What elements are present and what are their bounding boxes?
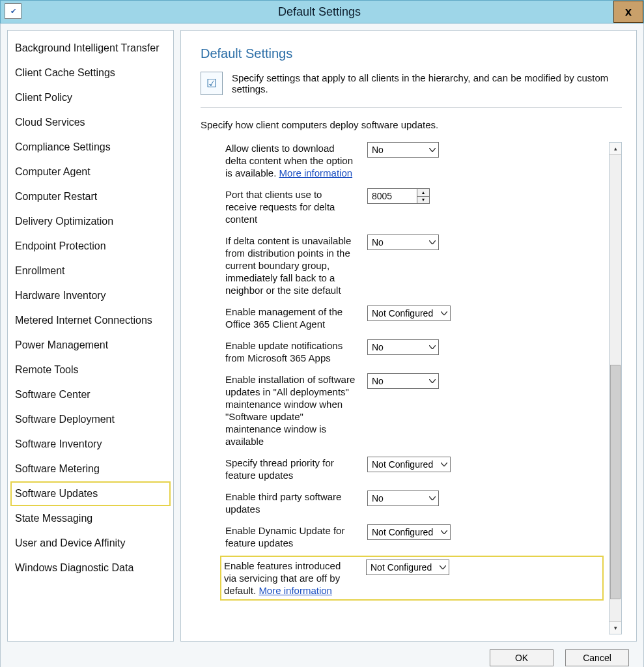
more-information-link[interactable]: More information xyxy=(279,167,353,178)
port-spin-input[interactable]: 8005▴▾ xyxy=(367,188,430,204)
sidebar-item[interactable]: Remote Tools xyxy=(10,358,171,382)
sidebar-item-label: Windows Diagnostic Data xyxy=(15,562,133,573)
sidebar-item[interactable]: Hardware Inventory xyxy=(10,283,171,308)
cancel-button[interactable]: Cancel xyxy=(565,649,629,666)
sidebar-item-label: State Messaging xyxy=(15,513,92,524)
chevron-down-icon xyxy=(429,496,436,500)
sidebar-item-label: Metered Internet Connections xyxy=(15,315,152,326)
setting-select[interactable]: No xyxy=(367,142,439,158)
select-value: No xyxy=(372,237,384,248)
sidebar-item[interactable]: Delivery Optimization xyxy=(10,209,171,234)
sidebar-item-label: Cloud Services xyxy=(15,117,85,128)
sidebar-item[interactable]: Computer Restart xyxy=(10,184,171,209)
setting-select[interactable]: Not Configured xyxy=(367,524,451,540)
scroll-down-arrow-icon[interactable]: ▾ xyxy=(609,621,621,634)
sidebar-item[interactable]: State Messaging xyxy=(10,506,171,531)
sidebar-item[interactable]: Software Deployment xyxy=(10,407,171,432)
sidebar-item-label: Remote Tools xyxy=(15,364,79,375)
setting-row: Enable Dynamic Update for feature update… xyxy=(225,524,601,549)
sidebar-item[interactable]: Enrollment xyxy=(10,259,171,283)
sidebar-item[interactable]: Software Updates xyxy=(10,481,171,506)
scroll-up-arrow-icon[interactable]: ▴ xyxy=(609,143,621,155)
sidebar-item-label: Computer Agent xyxy=(15,166,91,177)
window-title: Default Settings xyxy=(25,1,613,23)
select-value: Not Configured xyxy=(372,308,433,319)
sidebar-item[interactable]: Cloud Services xyxy=(10,110,171,135)
page-title: Default Settings xyxy=(201,46,622,61)
setting-label: Enable installation of software updates … xyxy=(225,373,356,447)
select-value: No xyxy=(372,376,384,386)
select-value: Not Configured xyxy=(371,562,432,573)
sidebar-item[interactable]: Computer Agent xyxy=(10,160,171,184)
setting-label: Port that clients use to receive request… xyxy=(225,188,356,225)
chevron-down-icon xyxy=(429,379,436,383)
select-value: No xyxy=(372,493,384,504)
sidebar-item[interactable]: Metered Internet Connections xyxy=(10,308,171,333)
chevron-down-icon xyxy=(429,345,436,349)
select-value: No xyxy=(372,145,384,155)
sidebar-item-label: Background Intelligent Transfer xyxy=(15,42,159,53)
sidebar-item-label: Hardware Inventory xyxy=(15,290,106,301)
ok-button[interactable]: OK xyxy=(490,649,553,666)
sidebar-item[interactable]: Client Cache Settings xyxy=(10,61,171,85)
dialog-body: Background Intelligent TransferClient Ca… xyxy=(0,23,644,667)
select-value: Not Configured xyxy=(372,459,433,470)
scroll-track[interactable] xyxy=(609,155,621,621)
sidebar-item[interactable]: Endpoint Protection xyxy=(10,234,171,259)
setting-label: Enable features introduced via servicing… xyxy=(224,560,354,597)
setting-row: Allow clients to download delta content … xyxy=(225,142,601,179)
sidebar-item[interactable]: Power Management xyxy=(10,333,171,358)
section-intro: Specify how client computers deploy soft… xyxy=(201,119,622,130)
setting-select[interactable]: Not Configured xyxy=(367,305,451,321)
setting-select[interactable]: Not Configured xyxy=(366,560,449,575)
sidebar-item-label: Software Inventory xyxy=(15,438,102,449)
sidebar-item[interactable]: Compliance Settings xyxy=(10,135,171,160)
chevron-down-icon xyxy=(440,565,446,569)
setting-select[interactable]: No xyxy=(367,373,439,389)
select-value: No xyxy=(372,342,384,352)
intro-text: Specify settings that apply to all clien… xyxy=(232,72,622,94)
setting-label: Specify thread priority for feature upda… xyxy=(225,457,356,481)
settings-scrollbar[interactable]: ▴ ▾ xyxy=(609,142,622,634)
close-button[interactable]: x xyxy=(613,1,643,23)
setting-select[interactable]: No xyxy=(367,490,439,506)
setting-label: If delta content is unavailable from dis… xyxy=(225,234,356,296)
main-panel: Default Settings ☑ Specify settings that… xyxy=(180,30,637,642)
sidebar-item-label: Software Updates xyxy=(15,488,98,499)
setting-select[interactable]: No xyxy=(367,234,439,250)
sidebar-item[interactable]: Windows Diagnostic Data xyxy=(10,556,171,580)
setting-select[interactable]: No xyxy=(367,339,439,355)
dialog-footer: OK Cancel xyxy=(7,644,637,666)
sidebar-item[interactable]: Software Metering xyxy=(10,457,171,481)
settings-list: Allow clients to download delta content … xyxy=(201,142,606,634)
sidebar-item[interactable]: Client Policy xyxy=(10,85,171,110)
sidebar-item[interactable]: Software Inventory xyxy=(10,432,171,457)
sidebar-item[interactable]: Background Intelligent Transfer xyxy=(10,36,171,61)
intro-row: ☑ Specify settings that apply to all cli… xyxy=(201,72,622,95)
setting-label: Enable management of the Office 365 Clie… xyxy=(225,305,356,330)
chevron-down-icon xyxy=(429,148,436,152)
sidebar-item-label: Client Policy xyxy=(15,92,72,103)
sidebar-item-label: Software Deployment xyxy=(15,414,115,425)
spin-down-icon[interactable]: ▾ xyxy=(417,197,429,204)
sidebar-item[interactable]: User and Device Affinity xyxy=(10,531,171,556)
divider xyxy=(201,107,622,107)
sidebar-item-label: Enrollment xyxy=(15,265,64,276)
setting-label: Allow clients to download delta content … xyxy=(225,142,356,179)
chevron-down-icon xyxy=(441,530,447,534)
setting-row: Port that clients use to receive request… xyxy=(225,188,601,225)
scroll-thumb[interactable] xyxy=(610,365,621,599)
setting-row: Enable update notifications from Microso… xyxy=(225,339,601,364)
setting-label: Enable update notifications from Microso… xyxy=(225,339,356,364)
checklist-icon: ☑ xyxy=(201,72,223,95)
setting-label: Enable third party software updates xyxy=(225,490,356,515)
select-value: Not Configured xyxy=(372,527,433,537)
sidebar-item[interactable]: Software Center xyxy=(10,382,171,407)
sidebar-item-label: Computer Restart xyxy=(15,191,97,202)
spin-value[interactable]: 8005 xyxy=(368,189,417,203)
setting-select[interactable]: Not Configured xyxy=(367,457,451,472)
spin-up-icon[interactable]: ▴ xyxy=(417,189,429,197)
sidebar-item-label: Client Cache Settings xyxy=(15,67,115,78)
more-information-link[interactable]: More information xyxy=(259,585,332,596)
sidebar-item-label: Endpoint Protection xyxy=(15,240,106,251)
